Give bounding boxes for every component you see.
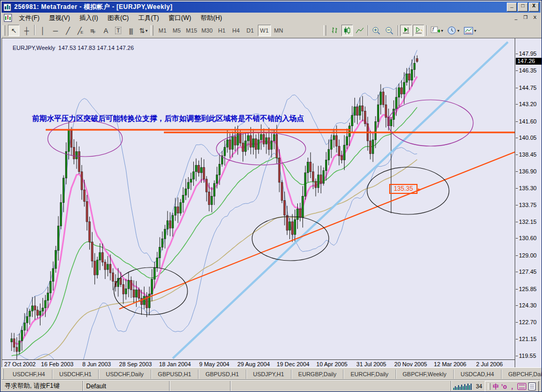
toolbar-gripper-2[interactable] bbox=[151, 25, 153, 36]
tab-usdchf-h4[interactable]: USDCHF,H4 bbox=[6, 369, 53, 379]
menu-item-charts[interactable]: 图表(C) bbox=[103, 13, 134, 24]
status-template-name: Default bbox=[83, 381, 170, 391]
menu-item-help[interactable]: 帮助(H) bbox=[196, 13, 227, 24]
ellipse-purple-3[interactable] bbox=[388, 100, 473, 146]
tab-gbpusd-h1[interactable]: GBPUSD,H1 bbox=[199, 369, 246, 379]
status-section-empty-1 bbox=[170, 381, 231, 391]
date-tick: 2 Jul 2006 bbox=[476, 361, 503, 367]
menu-item-tools[interactable]: 工具(T) bbox=[133, 13, 163, 24]
indicators-caret: ▾ bbox=[441, 28, 443, 33]
price-target-label[interactable]: 135.35 ► bbox=[389, 184, 418, 194]
chart-tabs-bar: USDCHF,H4USDCHF,H1USDCHF,DailyGBPUSD,H1G… bbox=[2, 367, 540, 380]
maximize-button[interactable]: □ bbox=[518, 3, 528, 12]
timeframe-d1[interactable]: D1 bbox=[244, 25, 257, 36]
bar-chart-button[interactable] bbox=[329, 25, 340, 36]
price-tick: 133.75 bbox=[519, 202, 537, 208]
price-tick: 121.15 bbox=[519, 336, 537, 342]
ime-language-bar[interactable]: 中 ʼo ， bbox=[485, 381, 539, 392]
child-close-button[interactable]: X bbox=[530, 14, 539, 22]
text-tool-button[interactable]: A bbox=[100, 25, 111, 36]
chart-window-icon[interactable] bbox=[4, 14, 12, 22]
toolbar-gripper[interactable] bbox=[3, 25, 5, 36]
timeframe-m15[interactable]: M15 bbox=[184, 25, 199, 36]
child-restore-button[interactable]: ❐ bbox=[521, 14, 530, 22]
candlestick-chart-button[interactable] bbox=[341, 25, 353, 36]
text-label-tool-button[interactable]: T bbox=[112, 25, 124, 36]
chart-tabs: USDCHF,H4USDCHF,H1USDCHF,DailyGBPUSD,H1G… bbox=[6, 369, 542, 379]
price-tick: 138.45 bbox=[519, 151, 537, 158]
tab-usdcad-h4[interactable]: USDCAD,H4 bbox=[454, 369, 502, 379]
timeframe-m1[interactable]: M1 bbox=[156, 25, 169, 36]
zoom-out-button[interactable] bbox=[383, 25, 395, 36]
app-icon bbox=[3, 3, 12, 12]
price-chart-canvas[interactable] bbox=[9, 41, 515, 359]
bollinger-bands bbox=[17, 50, 417, 359]
templates-button[interactable]: ▾ bbox=[462, 25, 478, 36]
price-tick: 140.05 bbox=[519, 135, 537, 141]
equidistant-channel-tool-button[interactable]: ╱E bbox=[75, 25, 86, 36]
price-tick: 125.85 bbox=[519, 286, 537, 292]
date-tick: 9 May 2004 bbox=[199, 361, 229, 367]
ime-fullwidth-toggle-icon[interactable]: ʼo bbox=[501, 384, 507, 390]
line-chart-button[interactable] bbox=[354, 25, 366, 36]
ime-punctuation-icon[interactable]: ， bbox=[509, 384, 515, 390]
ime-gripper[interactable] bbox=[488, 383, 491, 390]
tab-usdchf-daily[interactable]: USDCHF,Daily bbox=[99, 369, 151, 379]
menu-item-view[interactable]: 显视(V) bbox=[44, 13, 75, 24]
cursor-tool-button[interactable]: ↖ bbox=[8, 25, 19, 36]
child-minimize-button[interactable]: _ bbox=[512, 14, 520, 22]
trendline-tool-button[interactable]: ╱ bbox=[62, 25, 74, 36]
tabs-gripper[interactable] bbox=[3, 369, 4, 379]
minimize-button[interactable]: _ bbox=[507, 3, 517, 12]
price-axis[interactable]: 147.95146.35144.75143.20141.60140.05138.… bbox=[515, 38, 542, 368]
timeframe-m30[interactable]: M30 bbox=[200, 25, 214, 36]
trendline-orange[interactable] bbox=[119, 152, 515, 309]
indicators-icon: f bbox=[431, 26, 440, 35]
vertical-line-tool-button[interactable]: │ bbox=[37, 25, 48, 36]
status-section-empty-2 bbox=[231, 381, 451, 391]
timeframe-h1[interactable]: H1 bbox=[215, 25, 228, 36]
price-tick: 132.15 bbox=[519, 219, 537, 225]
tab-eurgbp-daily[interactable]: EURGBP,Daily bbox=[291, 369, 344, 379]
chart-shift-button[interactable] bbox=[413, 25, 424, 36]
menu-item-file[interactable]: 文件(F) bbox=[14, 13, 44, 24]
toolbar-gripper-3[interactable] bbox=[324, 25, 326, 36]
tab-eurchf-daily[interactable]: EURCHF,Daily bbox=[343, 369, 395, 379]
arrows-tool-button[interactable]: ⇅▾ bbox=[138, 25, 149, 36]
periods-button[interactable]: ▾ bbox=[446, 25, 461, 36]
auto-scroll-button[interactable] bbox=[400, 25, 412, 36]
tab-gbpusd-h1[interactable]: GBPUSD,H1 bbox=[151, 369, 199, 379]
tab-usdchf-h1[interactable]: USDCHF,H1 bbox=[53, 369, 99, 379]
ime-input-method-icon[interactable]: 中 bbox=[493, 384, 499, 390]
title-bar[interactable]: 256981: MetaTrader - 模拟帐户 - [EURJPY,Week… bbox=[2, 2, 540, 13]
indicators-button[interactable]: f ▾ bbox=[429, 25, 445, 36]
tab-gbpchf-weekly[interactable]: GBPCHF,Weekly bbox=[396, 369, 454, 379]
price-tick: 127.45 bbox=[519, 269, 537, 275]
ime-menu-icon[interactable] bbox=[528, 383, 536, 390]
chart-window: EURJPY,Weekly 147.53 147.83 147.14 147.2… bbox=[2, 38, 542, 368]
cycle-lines-tool-button[interactable]: ||| bbox=[125, 25, 137, 36]
ellipse-purple-1[interactable] bbox=[48, 121, 122, 157]
date-tick: 29 Aug 2004 bbox=[237, 361, 270, 367]
timeframe-m5[interactable]: M5 bbox=[170, 25, 183, 36]
menu-items: 文件(F)显视(V)插入(I)图表(C)工具(T)窗口(W)帮助(H) bbox=[14, 13, 227, 24]
tab-usdjpy-h1[interactable]: USDJPY,H1 bbox=[246, 369, 291, 379]
line-chart-icon bbox=[356, 26, 364, 35]
trendline-lightblue[interactable] bbox=[173, 42, 508, 358]
price-tick: 141.60 bbox=[519, 118, 537, 125]
menu-item-insert[interactable]: 插入(I) bbox=[75, 13, 102, 24]
line-studies-toolbar: ↖┼│─╱╱E≡FAT|||⇅▾ bbox=[7, 25, 150, 36]
menu-item-window[interactable]: 窗口(W) bbox=[164, 13, 196, 24]
close-button[interactable]: X bbox=[529, 3, 539, 12]
crosshair-tool-button[interactable]: ┼ bbox=[20, 25, 32, 36]
periods-caret: ▾ bbox=[457, 28, 460, 33]
chart-annotation-text[interactable]: 前期水平压力区突破后可能转换位支撑，后市如调整到此区域将是不错不错的入场点 bbox=[32, 114, 304, 123]
timeframe-h4[interactable]: H4 bbox=[230, 25, 243, 36]
timeframe-w1[interactable]: W1 bbox=[258, 25, 271, 36]
tab-gbpchf-daily[interactable]: GBPCHF,Daily bbox=[502, 369, 542, 379]
fibonacci-tool-button[interactable]: ≡F bbox=[87, 25, 99, 36]
ime-keyboard-icon[interactable] bbox=[517, 383, 526, 390]
horizontal-line-tool-button[interactable]: ─ bbox=[49, 25, 61, 36]
zoom-in-button[interactable] bbox=[370, 25, 382, 36]
timeframe-mn[interactable]: MN bbox=[272, 25, 285, 36]
